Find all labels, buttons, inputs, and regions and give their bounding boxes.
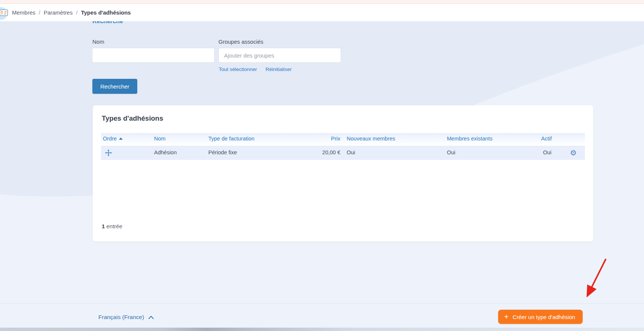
breadcrumb-item-current: Types d'adhésions [81, 9, 131, 16]
sort-asc-icon [119, 137, 123, 140]
name-field-label: Nom [92, 38, 104, 45]
breadcrumb-separator: / [39, 9, 40, 16]
cell-billing: Période fixe [208, 149, 237, 155]
bottom-edge-strip [0, 328, 644, 331]
entry-count-label: entrée [105, 223, 122, 229]
cell-active: Oui [543, 149, 552, 155]
entry-count: 1 entrée [102, 223, 122, 229]
create-button-label: Créer un type d'adhésion [513, 314, 575, 320]
column-header-order[interactable]: Ordre [103, 136, 123, 142]
table-row: Adhésion Période fixe 20,00 € Oui Oui Ou… [101, 146, 585, 160]
membership-types-card: Types d'adhésions Ordre Nom Type de fact… [93, 105, 593, 241]
column-header-active[interactable]: Actif [541, 136, 552, 142]
annotation-arrow [576, 256, 613, 303]
plus-icon: + [504, 313, 509, 320]
column-header-price[interactable]: Prix [303, 136, 340, 142]
language-selector[interactable]: Français (France) [98, 314, 154, 321]
breadcrumb-item-parametres[interactable]: Paramètres [44, 9, 73, 16]
breadcrumb-bar: Membres / Paramètres / Types d'adhésions [0, 4, 644, 21]
card-title: Types d'adhésions [102, 114, 163, 123]
cell-price: 20,00 € [303, 149, 340, 155]
reset-link[interactable]: Réinitialiser [266, 66, 292, 72]
select-all-link[interactable]: Tout sélectionner [219, 66, 257, 72]
groups-input[interactable] [218, 48, 341, 63]
drag-move-icon[interactable] [105, 149, 112, 156]
search-button[interactable]: Rechercher [92, 79, 137, 94]
column-header-name[interactable]: Nom [154, 136, 166, 142]
cell-existing-members: Oui [447, 149, 456, 155]
table-header-row: Ordre Nom Type de facturation Prix Nouve… [101, 133, 585, 144]
column-header-new-members[interactable]: Nouveaux membres [347, 136, 395, 142]
chevron-up-icon [148, 315, 154, 319]
membership-card-icon [0, 9, 8, 16]
breadcrumb-separator: / [76, 9, 77, 16]
name-input[interactable] [92, 48, 215, 63]
module-icon-wrap [0, 4, 10, 21]
cell-new-members: Oui [347, 149, 355, 155]
language-label: Français (France) [98, 314, 144, 321]
breadcrumb-item-membres[interactable]: Membres [12, 9, 36, 16]
groups-field-label: Groupes associés [218, 38, 263, 45]
notification-strip [0, 0, 644, 4]
column-header-billing[interactable]: Type de facturation [208, 136, 254, 142]
breadcrumb: Membres / Paramètres / Types d'adhésions [12, 9, 131, 16]
cell-name: Adhésion [154, 149, 177, 155]
create-membership-type-button[interactable]: + Créer un type d'adhésion [498, 310, 583, 324]
footer-divider [0, 303, 644, 304]
column-header-existing-members[interactable]: Membres existants [447, 136, 493, 142]
row-settings-gear-icon[interactable]: ⚙ [570, 147, 577, 158]
